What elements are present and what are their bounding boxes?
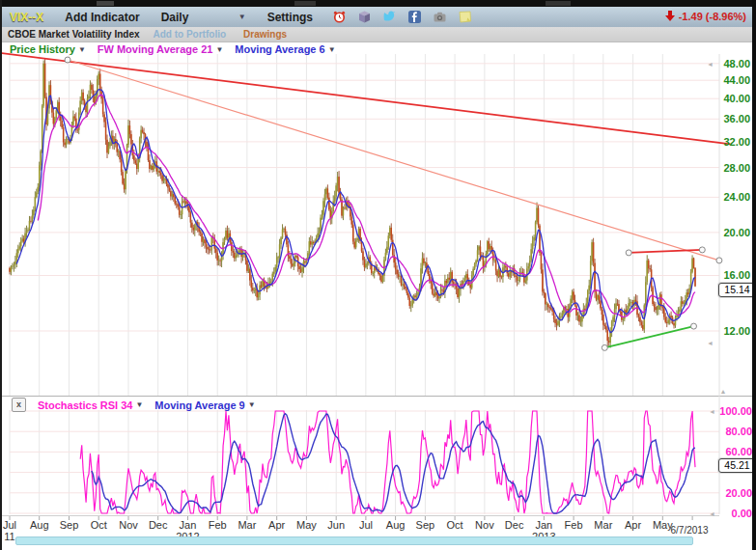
axis-label: ◄ (707, 340, 714, 346)
candlestick-series (9, 58, 696, 347)
support-trendline-handle[interactable] (691, 323, 697, 329)
add-to-portfolio-button[interactable]: Add to Portfolio (154, 29, 227, 40)
note-icon[interactable] (458, 10, 472, 24)
chevron-down-icon[interactable]: ▼ (215, 45, 223, 54)
axis-label: 11 (4, 531, 14, 542)
stochrsi-dropdown[interactable]: Stochastics RSI 34 (38, 399, 132, 411)
subheader: CBOE Market Volatility Index Add to Port… (0, 27, 756, 42)
price-panel-legend: Price History▼ FW Moving Average 21▼ Mov… (10, 43, 336, 55)
cube-icon[interactable] (357, 10, 372, 24)
axis-label: ▲ (720, 388, 727, 395)
toolbar: VIX--X Add Indicator Daily ▼ Settings (0, 7, 756, 28)
axis-label: Jan (180, 519, 197, 531)
axis-label: Apr (268, 519, 285, 531)
chevron-down-icon[interactable]: ▼ (248, 400, 256, 409)
alarm-clock-icon[interactable] (332, 10, 347, 24)
fw-ma21-dropdown[interactable]: FW Moving Average 21 (98, 43, 213, 55)
axis-label: 20.00 (725, 487, 752, 499)
chevron-down-icon[interactable]: ▼ (135, 400, 143, 409)
indicator-panel-legend: x Stochastics RSI 34▼ Moving Average 9▼ (12, 398, 256, 412)
daily-change: -1.49 (-8.96%) (664, 10, 746, 22)
close-indicator-button[interactable]: x (12, 398, 26, 412)
instrument-name: CBOE Market Volatility Index (8, 29, 140, 40)
chevron-down-icon[interactable]: ▼ (328, 45, 336, 54)
axis-label: Mar (594, 519, 612, 531)
axis-label: 0.00 (732, 508, 752, 519)
settings-button[interactable]: Settings (267, 11, 313, 24)
axis-label: Jun (327, 519, 345, 531)
charting-app-window: VIX--X Add Indicator Daily ▼ Settings (0, 0, 756, 550)
axis-label: Feb (209, 519, 227, 531)
indicator-value-box: 45.21 (718, 458, 756, 473)
axis-label: ◄ (709, 510, 715, 517)
chart-canvas[interactable]: 48.0044.0040.0036.0032.0028.0024.0020.00… (0, 0, 756, 550)
facebook-icon[interactable] (407, 10, 422, 24)
trendline-long-lower-handle[interactable] (716, 258, 722, 263)
ma9-dropdown[interactable]: Moving Average 9 (154, 399, 244, 411)
twitter-icon[interactable] (382, 10, 397, 24)
axis-label: 80.00 (725, 426, 752, 437)
down-arrow-icon (664, 10, 676, 22)
axis-label: 60.00 (725, 446, 752, 457)
last-price-box: 15.14 (718, 283, 756, 297)
axis-label: 100.00 (719, 405, 752, 417)
axis-label: ◄ (707, 61, 714, 68)
axis-label: Jul (359, 519, 373, 531)
axis-label: 6/7/2013 (671, 525, 709, 536)
camera-icon[interactable] (433, 10, 447, 24)
window-edge-segment (294, 1, 316, 6)
axis-label: May (296, 519, 317, 531)
add-indicator-button[interactable]: Add Indicator (65, 11, 139, 24)
axis-label: Sep (60, 519, 79, 531)
support-trendline[interactable] (604, 326, 693, 347)
window-edge-segment (97, 1, 114, 6)
trendline-long-lower[interactable] (68, 60, 719, 261)
axis-label: 28.00 (723, 162, 750, 174)
price-history-dropdown[interactable]: Price History (10, 43, 75, 55)
drawings-button[interactable]: Drawings (243, 29, 287, 40)
resistance-segment-handle[interactable] (626, 250, 631, 256)
axis-label: ◄ (709, 408, 715, 415)
window-edge-segment (546, 1, 571, 6)
axis-label: Oct (447, 519, 463, 531)
trendline-long-lower-handle[interactable] (65, 57, 70, 63)
axis-label: Mar (238, 519, 256, 531)
window-left-edge (0, 0, 2, 550)
axis-label: 40.00 (723, 93, 750, 104)
change-value: -1.49 (-8.96%) (679, 11, 746, 22)
axis-label: Dec (505, 519, 524, 531)
axis-label: 24.00 (723, 191, 750, 203)
axis-label: Nov (119, 519, 138, 531)
toolbar-icon-group (332, 10, 472, 24)
window-top-edge (0, 0, 756, 7)
axis-label: Jul (3, 519, 16, 531)
axis-label: Aug (30, 519, 49, 531)
axis-label: 36.00 (723, 113, 750, 124)
horizontal-scrollbar[interactable] (15, 536, 693, 545)
axis-label: Apr (625, 519, 641, 531)
axis-label: Sep (416, 519, 435, 531)
period-value: Daily (161, 11, 189, 24)
axis-label: Nov (475, 519, 494, 531)
resistance-segment-handle[interactable] (699, 247, 705, 253)
axis-label: Dec (149, 519, 168, 531)
period-select[interactable]: Daily ▼ (161, 11, 246, 24)
axis-label: 16.00 (723, 269, 750, 281)
ma6-dropdown[interactable]: Moving Average 6 (235, 43, 324, 55)
axis-label: 32.00 (723, 136, 750, 148)
axis-label: Oct (91, 519, 107, 531)
axis-label: 12.00 (723, 325, 750, 337)
symbol-label[interactable]: VIX--X (10, 11, 43, 24)
chevron-down-icon[interactable]: ▼ (78, 45, 86, 54)
axis-label: Aug (386, 519, 406, 531)
chevron-down-icon: ▼ (238, 13, 246, 21)
axis-label: 20.00 (723, 227, 750, 238)
axis-label: 44.00 (723, 74, 750, 86)
axis-label: 48.00 (723, 58, 750, 69)
ma6-line (16, 90, 695, 333)
support-trendline-handle[interactable] (602, 344, 607, 350)
axis-label: Jan (535, 519, 552, 531)
window-right-edge (752, 0, 756, 550)
axis-label: Feb (565, 519, 583, 531)
